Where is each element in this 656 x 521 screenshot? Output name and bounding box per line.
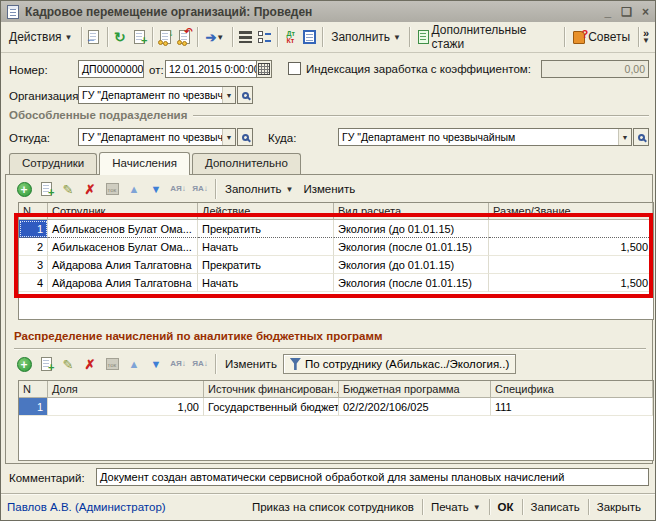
accruals-edit-button[interactable]: Изменить xyxy=(299,183,359,195)
toolbar-overflow-button[interactable]: »▼ xyxy=(642,29,652,45)
post-icon: ↓ xyxy=(160,30,171,44)
sort-asc-button[interactable]: АЯ↓ xyxy=(168,354,188,374)
distribution-table[interactable]: N Доля Источник финансирован... Бюджетна… xyxy=(18,380,654,461)
move-up-button[interactable]: ▲ xyxy=(124,179,144,199)
organization-label: Организация: xyxy=(9,90,82,102)
maximize-icon[interactable]: ❏ xyxy=(621,5,632,19)
accruals-fill-button[interactable]: Заполнить ▼ xyxy=(221,183,297,195)
comment-input[interactable]: Документ создан автоматически сервисной … xyxy=(96,468,649,486)
calendar-button[interactable] xyxy=(256,60,272,78)
add-row-button[interactable]: + xyxy=(14,179,34,199)
delete-row-button[interactable]: ✗ xyxy=(80,179,100,199)
table-row[interactable]: 4 Айдарова Алия Талгатовна Начать Эколог… xyxy=(19,274,653,292)
sort-asc-icon: АЯ↓ xyxy=(170,185,186,193)
footer-bar: Павлов А.В. (Администратор) Приказ на сп… xyxy=(1,493,655,520)
edit-row-button[interactable]: ✎ xyxy=(58,354,78,374)
from-department-label: Откуда: xyxy=(9,132,50,144)
distribution-edit-button[interactable]: Изменить xyxy=(221,358,281,370)
magnifier-icon xyxy=(242,134,249,141)
to-department-label: Куда: xyxy=(268,132,296,144)
copy-icon: + xyxy=(41,182,52,196)
end-edit-button[interactable] xyxy=(102,354,122,374)
by-employee-button[interactable]: По сотруднику (Абилькас../Экология..) xyxy=(283,354,516,374)
indexation-checkbox[interactable] xyxy=(288,62,301,75)
chevron-down-icon[interactable]: ▼ xyxy=(222,129,235,145)
journal-icon xyxy=(303,30,316,44)
list-setup-button[interactable] xyxy=(255,27,274,47)
move-up-icon: ▲ xyxy=(129,358,140,370)
unpost-icon: ↶ xyxy=(179,30,190,44)
table-row[interactable]: 2 Абилькасенов Булат Ома... Начать Эколо… xyxy=(19,238,653,256)
fill-button[interactable]: Заполнить ▼ xyxy=(326,28,406,46)
tab-bar: Сотрудники Начисления Дополнительно xyxy=(9,153,301,175)
to-department-select[interactable]: ГУ "Департамент по чрезвычайным ▼ xyxy=(338,128,632,146)
table-row[interactable]: 1 Абилькасенов Булат Ома... Прекратить Э… xyxy=(19,220,653,238)
from-department-select[interactable]: ГУ "Департамент по чрезвычайным ▼ xyxy=(78,128,236,146)
chevron-down-icon: ▼ xyxy=(216,33,224,42)
refresh-button[interactable]: ↻ xyxy=(110,27,129,47)
move-down-icon: ▼ xyxy=(151,183,162,195)
distribution-section-title: Распределение начислений по аналитике бю… xyxy=(14,330,382,342)
chevron-down-icon: ▼ xyxy=(65,33,73,42)
table-row[interactable]: 1 1,00 Государственный бюджет 02/2/202/1… xyxy=(19,398,653,416)
goto-button[interactable]: ➔▼ xyxy=(201,27,230,47)
checklist-icon xyxy=(258,31,271,43)
row-settings-button[interactable] xyxy=(236,27,255,47)
window-title: Кадровое перемещение организаций: Провед… xyxy=(25,5,599,19)
separate-divisions-header: Обособленные подразделения xyxy=(9,109,649,121)
minimize-icon[interactable]: _ xyxy=(605,5,612,19)
extra-seniority-button[interactable]: Дополнительные стажи xyxy=(413,21,561,53)
edit-icon: ✎ xyxy=(63,182,74,197)
delete-icon: ✗ xyxy=(85,357,96,372)
tips-button[interactable]: ? Советы xyxy=(568,28,635,46)
add-icon: + xyxy=(17,182,32,197)
dtkt-button[interactable]: ДтКт xyxy=(281,27,300,47)
magnifier-icon xyxy=(242,92,249,99)
chevron-down-icon[interactable]: ▼ xyxy=(618,129,631,145)
order-list-button[interactable]: Приказ на список сотрудников xyxy=(244,501,422,513)
close-icon[interactable]: × xyxy=(642,5,649,19)
edit-icon: ✎ xyxy=(63,357,74,372)
sort-desc-button[interactable]: ЯА↓ xyxy=(190,179,210,199)
save-button[interactable]: Записать xyxy=(523,501,588,513)
actions-button[interactable]: Действия ▼ xyxy=(4,28,78,46)
edit-row-button[interactable]: ✎ xyxy=(58,179,78,199)
print-button[interactable]: Печать ▼ xyxy=(423,501,489,513)
tab-accruals[interactable]: Начисления xyxy=(99,152,190,175)
organization-select[interactable]: ГУ "Департамент по чрезвычайным ▼ xyxy=(78,86,236,104)
tab-additional[interactable]: Дополнительно xyxy=(192,153,301,175)
add-row-button[interactable]: + xyxy=(14,354,34,374)
sort-desc-icon: ЯА↓ xyxy=(192,360,208,368)
accruals-table[interactable]: N Сотрудник Действие Вид расчета Размер/… xyxy=(18,202,654,320)
copy-button[interactable]: + xyxy=(130,27,149,47)
move-down-button[interactable]: ▼ xyxy=(146,354,166,374)
move-down-icon: ▼ xyxy=(151,358,162,370)
reread-button[interactable]: ← xyxy=(84,27,103,47)
date-input[interactable]: 12.01.2015 0:00:00 xyxy=(165,60,257,78)
table-row[interactable]: 3 Айдарова Алия Талгатовна Прекратить Эк… xyxy=(19,256,653,274)
copy-row-button[interactable]: + xyxy=(36,179,56,199)
end-edit-button[interactable] xyxy=(102,179,122,199)
sort-desc-button[interactable]: ЯА↓ xyxy=(190,354,210,374)
move-up-icon: ▲ xyxy=(129,183,140,195)
copy-row-button[interactable]: + xyxy=(36,354,56,374)
tab-employees[interactable]: Сотрудники xyxy=(9,153,97,175)
organization-search-button[interactable] xyxy=(237,86,253,104)
unpost-button[interactable]: ↶ xyxy=(175,27,194,47)
post-button[interactable]: ↓ xyxy=(156,27,175,47)
journal-button[interactable] xyxy=(300,27,319,47)
accruals-header-row: N Сотрудник Действие Вид расчета Размер/… xyxy=(19,203,653,220)
chevron-down-icon[interactable]: ▼ xyxy=(222,87,235,103)
delete-row-button[interactable]: ✗ xyxy=(80,354,100,374)
from-department-search-button[interactable] xyxy=(237,128,253,146)
move-up-button[interactable]: ▲ xyxy=(124,354,144,374)
ok-button[interactable]: ОК xyxy=(490,501,522,513)
number-input[interactable]: ДП000000003 xyxy=(78,60,144,78)
move-down-button[interactable]: ▼ xyxy=(146,179,166,199)
close-button[interactable]: Закрыть xyxy=(589,501,649,513)
main-toolbar: Действия ▼ ← ↻ + ↓ ↶ ➔▼ ДтКт Заполнить ▼… xyxy=(1,22,655,53)
to-department-search-button[interactable] xyxy=(633,128,649,146)
sort-asc-button[interactable]: АЯ↓ xyxy=(168,179,188,199)
delete-icon: ✗ xyxy=(85,182,96,197)
title-bar[interactable]: Кадровое перемещение организаций: Провед… xyxy=(1,1,655,22)
